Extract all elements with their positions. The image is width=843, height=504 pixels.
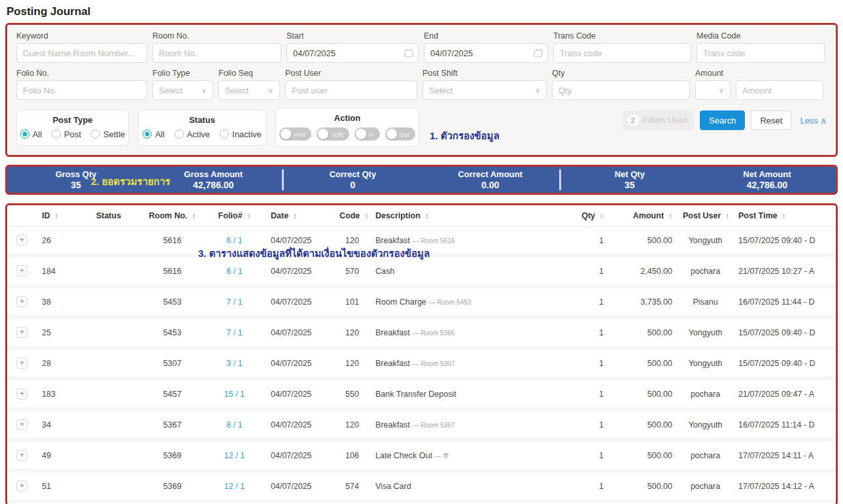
folio-seq-select[interactable]: Select∨ — [218, 80, 280, 100]
column-header-post-user[interactable]: Post User▲▼ — [678, 205, 733, 227]
status-cell — [76, 317, 141, 348]
room-no-cell: 5369 — [141, 440, 203, 471]
column-header-description[interactable]: Description▲▼ — [370, 205, 560, 227]
description-note: — Room 5616 — [413, 237, 455, 244]
folio-link[interactable]: 7 / 1 — [226, 328, 242, 337]
table-row: + 25 5453 7 / 1 04/07/2025 120 Breakfast… — [7, 317, 836, 348]
expand-row-button[interactable]: + — [16, 235, 27, 246]
expand-row-button[interactable]: + — [16, 265, 27, 277]
expand-row-button[interactable]: + — [16, 419, 27, 430]
description-cell: Cash — [370, 501, 560, 504]
post-user-label: Post User — [285, 69, 417, 78]
folio-cell: 15 / 1 — [203, 378, 266, 409]
status-cell — [76, 256, 141, 286]
folio-link[interactable]: 3 / 1 — [226, 359, 242, 368]
table-body: + 26 5616 6 / 1 04/07/2025 120 Breakfast… — [7, 227, 836, 504]
status-radio-active[interactable] — [175, 129, 184, 139]
id-cell: 183 — [37, 378, 76, 409]
post-type-radio-settle[interactable] — [91, 129, 100, 139]
folio-link[interactable]: 7 / 1 — [226, 297, 242, 307]
out-toggle[interactable]: Out — [385, 127, 415, 141]
column-header-date[interactable]: Date▲▼ — [266, 205, 334, 227]
room-no-cell: 5453 — [141, 286, 203, 317]
date-cell: 04/07/2025 — [266, 286, 334, 317]
description-note: — fff — [435, 452, 449, 460]
chevron-down-icon: ∨ — [535, 86, 540, 95]
less-link[interactable]: Less ∧ — [800, 116, 827, 126]
expand-row-button[interactable]: + — [16, 480, 27, 492]
amount-cell: 500.00 — [609, 378, 678, 409]
split-toggle[interactable]: Split — [317, 127, 349, 141]
room-no-cell: 5369 — [141, 501, 203, 504]
folio-no-field-group: Folio No. — [16, 69, 147, 100]
post-type-radio-all[interactable] — [20, 129, 29, 139]
status-option-all[interactable]: All — [143, 129, 164, 139]
expand-row-button[interactable]: + — [16, 388, 27, 399]
trans-code-input[interactable] — [553, 43, 691, 63]
expand-row-button[interactable]: + — [16, 296, 27, 307]
column-header-post-time[interactable]: Post Time▲▼ — [733, 205, 836, 227]
status-option-inactive[interactable]: Inactive — [220, 129, 262, 139]
folio-link[interactable]: 6 / 1 — [226, 267, 242, 276]
code-cell: 101 — [334, 286, 370, 317]
folio-link[interactable]: 6 / 1 — [226, 236, 242, 245]
table-row: + 183 5457 15 / 1 04/07/2025 550 Bank Tr… — [7, 378, 836, 409]
column-header-label: Code — [339, 211, 360, 220]
out-toggle-label: Out — [397, 131, 414, 138]
in-toggle-label: In — [366, 131, 379, 138]
end-date-input[interactable] — [424, 43, 548, 63]
media-code-input[interactable] — [697, 43, 825, 63]
room-no-field-group: Room No. — [152, 31, 281, 63]
keyword-field-group: Keyword — [16, 31, 147, 63]
expand-cell: + — [7, 471, 37, 501]
start-date-input[interactable] — [286, 43, 419, 63]
post-type-option-all[interactable]: All — [20, 129, 42, 139]
column-header-amount[interactable]: Amount▲▼ — [609, 205, 678, 227]
reset-button[interactable]: Reset — [751, 110, 791, 130]
status-option-label: All — [155, 129, 164, 139]
expand-row-button[interactable]: + — [16, 450, 27, 461]
post-type-radio-post[interactable] — [52, 129, 61, 139]
post-type-group: Post Type All Post Settle — [16, 110, 129, 146]
search-button[interactable]: Search — [700, 110, 745, 130]
summary-bar: Gross Qty 35 Gross Amount 42,786.00 Corr… — [5, 165, 838, 195]
column-header-qty[interactable]: Qty▲▼ — [560, 205, 609, 227]
expand-row-button[interactable]: + — [16, 327, 27, 338]
table-row: + 49 5369 12 / 1 04/07/2025 106 Late Che… — [7, 440, 836, 471]
void-toggle[interactable]: Void — [279, 127, 312, 141]
folio-link[interactable]: 12 / 1 — [224, 451, 245, 460]
post-shift-select[interactable]: Select∨ — [422, 80, 547, 100]
room-no-input[interactable] — [152, 43, 281, 63]
folio-no-input[interactable] — [16, 80, 147, 100]
amount-operator-select[interactable]: ∨ — [695, 80, 731, 100]
expand-cell: + — [7, 348, 37, 378]
toggle-knob — [387, 129, 397, 139]
status-option-active[interactable]: Active — [175, 129, 210, 139]
column-header-folio-[interactable]: Folio#▲▼ — [203, 205, 266, 227]
expand-row-button[interactable]: + — [16, 358, 27, 369]
expand-cell: + — [7, 227, 37, 256]
folio-link[interactable]: 15 / 1 — [224, 390, 245, 399]
post-type-option-settle[interactable]: Settle — [91, 129, 125, 139]
status-radio-inactive[interactable] — [220, 129, 229, 139]
folio-type-select[interactable]: Select∨ — [152, 80, 213, 100]
folio-cell: 12 / 1 — [203, 501, 266, 504]
sort-icon: ▲▼ — [192, 213, 196, 220]
post-type-option-post[interactable]: Post — [52, 129, 81, 139]
amount-cell: 500.00 — [609, 471, 678, 501]
keyword-input[interactable] — [16, 43, 147, 63]
status-cell — [76, 378, 141, 409]
post-user-cell: pochara — [678, 471, 733, 501]
column-header-room-no-[interactable]: Room No.▲▼ — [141, 205, 203, 227]
date-cell: 04/07/2025 — [266, 348, 334, 378]
folio-link[interactable]: 12 / 1 — [224, 482, 245, 491]
folio-link[interactable]: 8 / 1 — [226, 420, 242, 429]
amount-input[interactable] — [736, 80, 823, 100]
status-radio-all[interactable] — [143, 129, 152, 139]
column-header-id[interactable]: ID▲▼ — [37, 205, 76, 227]
start-date-label: Start — [286, 31, 419, 41]
post-user-input[interactable] — [285, 80, 417, 100]
in-toggle[interactable]: In — [354, 127, 380, 141]
qty-input[interactable] — [552, 80, 690, 100]
column-header-code[interactable]: Code▲▼ — [334, 205, 370, 227]
